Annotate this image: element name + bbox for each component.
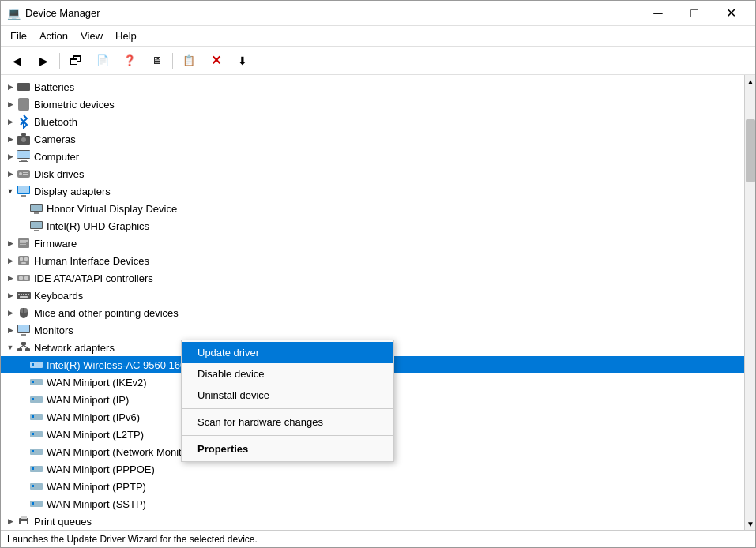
expander-hid: ▶: [4, 254, 17, 267]
tree-item-disk[interactable]: ▶ Disk drives: [1, 165, 744, 182]
menu-help[interactable]: Help: [109, 28, 143, 43]
context-menu-scan[interactable]: Scan for hardware changes: [182, 411, 393, 433]
tree-item-wan-sstp[interactable]: WAN Miniport (SSTP): [1, 495, 744, 512]
scroll-down-btn[interactable]: ▼: [745, 517, 755, 530]
svg-rect-68: [32, 485, 34, 487]
wan-l2tp-label: WAN Miniport (L2TP): [47, 429, 144, 441]
tree-item-intel-uhd[interactable]: Intel(R) UHD Graphics: [1, 217, 744, 235]
expander-bluetooth: ▶: [4, 115, 17, 128]
toolbar-forward[interactable]: ▶: [31, 50, 56, 72]
svg-rect-26: [20, 257, 23, 261]
tree-item-display[interactable]: ▼ Display adapters: [1, 182, 744, 200]
toolbar-scan[interactable]: 🖥: [144, 50, 169, 72]
close-button[interactable]: ✕: [713, 1, 749, 26]
expander-wan-ip: [17, 393, 29, 406]
biometric-label: Biometric devices: [34, 99, 115, 111]
expander-mice: ▶: [4, 306, 17, 319]
tree-item-monitors[interactable]: ▶ Monitors: [1, 321, 744, 339]
disk-icon: [17, 167, 31, 181]
hid-icon: [17, 253, 31, 268]
wan-ip-label: WAN Miniport (IP): [47, 394, 129, 406]
toolbar-uninstall[interactable]: ❓: [117, 50, 142, 72]
toolbar-update[interactable]: 📄: [90, 50, 115, 72]
wan-l2tp-icon: [29, 427, 43, 441]
svg-rect-56: [32, 381, 34, 383]
tree-item-wan-pppoe[interactable]: WAN Miniport (PPPOE): [1, 460, 744, 478]
svg-point-1: [21, 137, 26, 142]
wan-sstp-icon: [29, 497, 43, 511]
graphics-icon: [29, 219, 43, 233]
toolbar-down[interactable]: ⬇: [230, 50, 255, 72]
tree-item-firmware[interactable]: ▶ Firmware: [1, 235, 744, 252]
monitors-label: Monitors: [34, 325, 73, 336]
expander-cameras: ▶: [4, 133, 17, 145]
tree-item-wan-pptp[interactable]: WAN Miniport (PPTP): [1, 478, 744, 495]
expander-wan-net: [17, 445, 29, 458]
content-area: ▶ Batteries ▶ Biometric devices ▶ Blueto…: [1, 75, 755, 530]
biometric-icon: [17, 97, 31, 111]
print-label: Print queues: [34, 516, 92, 527]
svg-rect-44: [21, 334, 26, 336]
svg-rect-2: [21, 133, 26, 136]
menu-action[interactable]: Action: [33, 28, 74, 43]
tree-item-honor[interactable]: Honor Virtual Display Device: [1, 200, 744, 217]
svg-rect-66: [32, 467, 34, 470]
tree-item-mice[interactable]: ▶ Mice and other pointing devices: [1, 304, 744, 321]
tree-item-cameras[interactable]: ▶ Cameras: [1, 130, 744, 148]
tree-item-batteries[interactable]: ▶ Batteries: [1, 78, 744, 96]
minimize-button[interactable]: ─: [640, 1, 676, 26]
tree-item-keyboards[interactable]: ▶ Keyboards: [1, 287, 744, 304]
network-icon: [17, 340, 31, 355]
svg-rect-32: [17, 292, 31, 299]
tree-item-print[interactable]: ▶ Print queues: [1, 512, 744, 530]
menu-file[interactable]: File: [4, 28, 33, 43]
svg-rect-21: [20, 240, 28, 242]
camera-icon: [17, 132, 31, 146]
svg-rect-22: [20, 242, 26, 243]
display-icon: [17, 184, 31, 198]
device-manager-window: 💻 Device Manager ─ □ ✕ File Action View …: [0, 0, 756, 548]
netcard-icon: [29, 358, 43, 372]
toolbar-sep2: [172, 53, 173, 69]
svg-rect-38: [20, 296, 28, 298]
tree-item-hid[interactable]: ▶ Human Interface Devices: [1, 252, 744, 269]
monitor2-icon: [29, 201, 43, 216]
computer-icon: [17, 149, 31, 163]
svg-rect-62: [32, 433, 34, 435]
svg-rect-51: [32, 363, 34, 366]
scroll-thumb[interactable]: [746, 119, 755, 182]
scrollbar[interactable]: ▲ ▼: [744, 75, 755, 530]
title-bar: 💻 Device Manager ─ □ ✕: [1, 1, 755, 26]
wan-sstp-label: WAN Miniport (SSTP): [47, 498, 146, 510]
toolbar-back[interactable]: ◀: [4, 50, 29, 72]
svg-rect-36: [25, 294, 27, 295]
svg-rect-10: [23, 174, 28, 175]
tree-item-computer[interactable]: ▶ Computer: [1, 148, 744, 165]
expander-intel-wifi: [17, 358, 29, 371]
svg-rect-53: [37, 362, 38, 363]
scroll-up-btn[interactable]: ▲: [745, 75, 755, 88]
tree-item-bluetooth[interactable]: ▶ Bluetooth: [1, 113, 744, 130]
context-menu-update[interactable]: Update driver: [182, 342, 393, 363]
menu-bar: File Action View Help: [1, 26, 755, 47]
tree-item-ide[interactable]: ▶ IDE ATA/ATAPI controllers: [1, 269, 744, 287]
svg-rect-37: [28, 294, 29, 295]
toolbar-properties[interactable]: 🗗: [63, 50, 88, 72]
context-menu: Update driver Disable device Uninstall d…: [181, 340, 394, 462]
maximize-button[interactable]: □: [676, 1, 713, 26]
toolbar-remove[interactable]: ✕: [203, 50, 228, 72]
display-label: Display adapters: [34, 186, 111, 197]
svg-rect-34: [21, 294, 22, 295]
wan-ip-icon: [29, 392, 43, 407]
menu-view[interactable]: View: [74, 28, 109, 43]
firmware-icon: [17, 236, 31, 250]
toolbar-add[interactable]: 📋: [176, 50, 201, 72]
context-menu-disable[interactable]: Disable device: [182, 363, 393, 385]
context-menu-properties[interactable]: Properties: [182, 438, 393, 460]
svg-rect-9: [23, 172, 28, 173]
keyboard-icon: [17, 288, 31, 302]
svg-rect-47: [25, 348, 30, 351]
context-menu-uninstall[interactable]: Uninstall device: [182, 385, 393, 406]
expander-ide: ▶: [4, 272, 17, 284]
tree-item-biometric[interactable]: ▶ Biometric devices: [1, 96, 744, 113]
